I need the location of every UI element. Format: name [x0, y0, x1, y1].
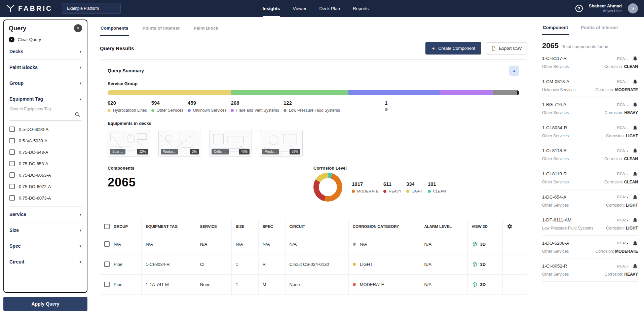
chevron-down-icon: ▾ [79, 228, 81, 233]
deck-thumbnail[interactable]: Produ... 39% [260, 130, 303, 157]
alarm-bell-button[interactable] [632, 56, 638, 61]
rightbar-tab-points-of-interest[interactable]: Points of Interest [580, 23, 618, 35]
component-list-item[interactable]: 1-DF-8111-AM RCA: - Low Pressure Fluid S… [542, 212, 638, 236]
tab-points-of-interest[interactable]: Points of Interest [142, 24, 180, 36]
table-row[interactable]: Pipe 1-1A-741-M None 1 M None MODERATE N… [100, 274, 527, 294]
nav-item-viewer[interactable]: Viewer [293, 0, 307, 17]
main-tabs: Components Points of Interest Paint Bloc… [100, 24, 527, 36]
alarm-bell-button[interactable] [632, 240, 638, 246]
components-label: Components [108, 166, 313, 171]
checkbox[interactable] [9, 127, 15, 132]
bell-icon [632, 79, 638, 84]
query-sidebar: Query ✕ ✕ Clear Query Decks ▾ Paint Bloc… [0, 17, 91, 315]
search-input[interactable] [10, 107, 74, 111]
table-header-row: GROUP EQUIPMENT TAG SERVICE SIZE SPEC CI… [100, 219, 527, 234]
filter-section-equipment-tag-toggle[interactable]: Equipment Tag ▴ [9, 91, 82, 107]
tab-paint-block[interactable]: Paint Block [193, 24, 219, 36]
checkbox[interactable] [9, 138, 15, 143]
component-service: Other Services [542, 156, 604, 162]
rca-value: RCA: - [617, 172, 628, 176]
filter-section-spec-toggle[interactable]: Spec ▾ [9, 238, 82, 254]
query-results-title: Query Results [100, 45, 134, 51]
component-list-item[interactable]: 1-DO-6208-A RCA: - Other Services Corros… [542, 236, 638, 259]
component-service: Other Services [542, 134, 606, 139]
filter-section-group-toggle[interactable]: Group ▾ [9, 75, 82, 91]
filter-section-size-toggle[interactable]: Size ▾ [9, 222, 82, 238]
create-component-button[interactable]: + Create Component [425, 42, 481, 55]
alarm-bell-button[interactable] [632, 217, 638, 223]
view-3d-button[interactable]: 3D [472, 261, 486, 267]
filter-section-paint-blocks-toggle[interactable]: Paint Blocks ▾ [9, 60, 82, 75]
checkbox[interactable] [9, 195, 15, 201]
equipment-tag-option[interactable]: 0.75-DC-648-A [9, 146, 81, 158]
col-header-alarm-level: ALARM LEVEL [420, 219, 467, 234]
filter-section-spec: Spec ▾ [9, 238, 82, 254]
select-all-checkbox[interactable] [104, 224, 110, 229]
component-list-item[interactable]: 1-CI-8117-R RCA: - Other Services Corros… [542, 51, 638, 74]
legend-dot [428, 190, 431, 193]
filter-section-decks-toggle[interactable]: Decks ▾ [9, 44, 82, 59]
component-list-item[interactable]: 1-BG-716-A RCA: - Other Services Corrosi… [542, 97, 638, 120]
equipments-in-decks-label: Equipments in decks [108, 121, 519, 126]
component-service: Other Services [542, 64, 604, 70]
user-meta: Shaheer Ahmad Abyss User [589, 3, 622, 13]
component-list-item[interactable]: 1-CM-0818-A RCA: - Unknown Services Corr… [542, 74, 638, 97]
alarm-bell-button[interactable] [632, 148, 638, 153]
checkbox[interactable] [9, 184, 15, 189]
bell-icon [632, 194, 638, 200]
clear-query-button[interactable]: ✕ Clear Query [9, 37, 82, 42]
bell-icon [632, 263, 638, 269]
component-list-item[interactable]: 1-CI-8119-R RCA: - Other Services Corros… [542, 166, 638, 189]
nav-item-reports[interactable]: Reports [353, 0, 369, 17]
component-service: Other Services [542, 272, 605, 277]
deck-thumbnail[interactable]: Cellar ... 46% [209, 130, 252, 157]
nav-item-deck-plan[interactable]: Deck Plan [319, 0, 340, 17]
alarm-bell-button[interactable] [632, 171, 638, 177]
apply-query-button[interactable]: Apply Query [3, 297, 87, 311]
component-list-item[interactable]: 1-CI-8034-R RCA: - Other Services Corros… [542, 120, 638, 143]
rightbar-tab-component[interactable]: Component [542, 23, 569, 35]
view-3d-button[interactable]: 3D [472, 241, 486, 247]
component-corrosion: Corrosion: MODERATE [596, 88, 638, 92]
tab-components[interactable]: Components [100, 24, 129, 36]
row-checkbox[interactable] [104, 241, 110, 247]
table-row[interactable]: Pipe 1-CI-8034-R CI 1 R Circuit CS-024-0… [100, 254, 527, 274]
avatar[interactable]: S [628, 3, 638, 13]
checkbox[interactable] [9, 149, 15, 155]
table-settings-button[interactable] [507, 223, 513, 229]
nav-item-insights[interactable]: Insights [263, 0, 280, 17]
equipment-tag-option[interactable]: 0.75-DO-6072-A [9, 181, 81, 192]
equipment-tag-option[interactable]: 0.75-DO-6063-A [9, 169, 81, 181]
export-csv-button[interactable]: Export CSV [486, 42, 527, 55]
filter-section-circuit-toggle[interactable]: Circuit ▾ [9, 254, 82, 270]
alarm-bell-button[interactable] [632, 102, 638, 107]
checkbox[interactable] [9, 172, 15, 178]
component-list-item[interactable]: 1-DC-654-A RCA: - Other Services Corrosi… [542, 189, 638, 213]
filter-section-service-toggle[interactable]: Service ▾ [9, 207, 82, 222]
table-row[interactable]: N/A N/A N/A N/A N/A N/A N/A N/A 3D [100, 234, 527, 254]
alarm-bell-button[interactable] [632, 263, 638, 269]
filter-section-equipment-tag: Equipment Tag ▴ 0.5-DO-6090-A 0.5-VA-503… [9, 91, 82, 207]
component-corrosion: Corrosion: CLEAN [604, 180, 638, 184]
equipment-tag-option[interactable]: 0.75-DO-6073-A [9, 192, 81, 204]
row-checkbox[interactable] [104, 282, 110, 287]
help-icon[interactable]: ? [575, 5, 583, 12]
collapse-summary-button[interactable]: ▲ [509, 66, 519, 76]
alarm-bell-button[interactable] [632, 194, 638, 200]
close-icon[interactable]: ✕ [74, 24, 82, 32]
deck-thumbnail[interactable]: Spar ... 12% [108, 130, 150, 157]
deck-thumbnail[interactable]: Worko... 3% [158, 130, 201, 157]
checkbox[interactable] [9, 161, 15, 166]
component-list-item[interactable]: 1-CI-8118-R RCA: - Other Services Corros… [542, 143, 638, 166]
equipment-tag-option[interactable]: 0.5-DO-6090-A [9, 124, 81, 135]
alarm-bell-button[interactable] [632, 79, 638, 84]
legend-dot [188, 109, 191, 112]
view-3d-button[interactable]: 3D [472, 282, 486, 287]
filter-section-paint-blocks: Paint Blocks ▾ [9, 60, 82, 75]
component-list-item[interactable]: 1-CI-8052-R RCA: - Other Services Corros… [542, 258, 638, 282]
platform-selector[interactable]: Example Platform [62, 3, 121, 14]
equipment-tag-option[interactable]: 0.75-DC-653-A [9, 158, 81, 169]
alarm-bell-button[interactable] [632, 125, 638, 131]
row-checkbox[interactable] [104, 261, 110, 267]
equipment-tag-option[interactable]: 0.5-VA-5039-A [9, 135, 81, 146]
